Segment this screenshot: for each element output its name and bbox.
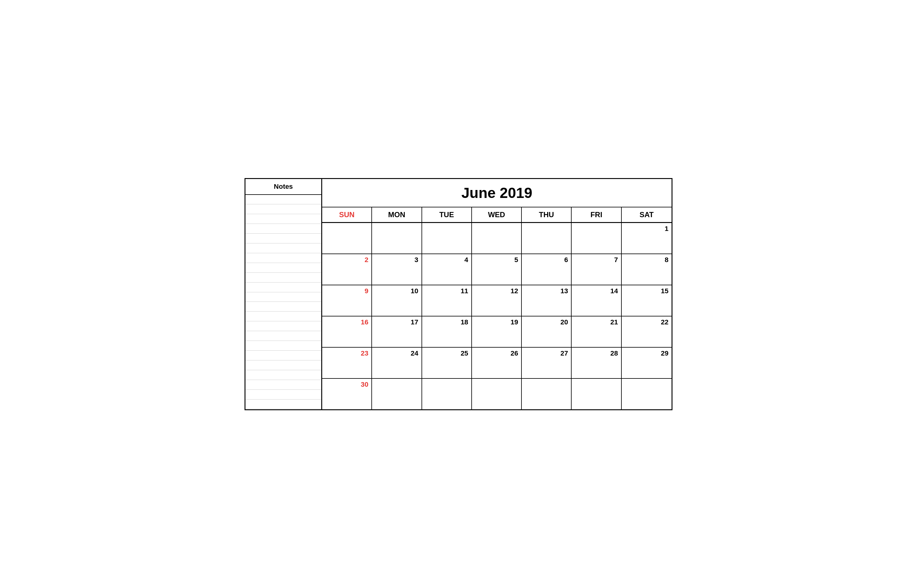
day-cell: 29 bbox=[622, 347, 672, 378]
notes-line[interactable] bbox=[245, 214, 321, 224]
day-header-thu: THU bbox=[522, 207, 572, 222]
day-cell: 1 bbox=[622, 223, 672, 254]
day-cell: 26 bbox=[472, 347, 522, 378]
day-cell: 5 bbox=[472, 254, 522, 285]
week-row-4: 23242526272829 bbox=[322, 347, 672, 379]
day-cell: 8 bbox=[622, 254, 672, 285]
day-cell bbox=[472, 223, 522, 254]
day-cell: 30 bbox=[322, 379, 372, 409]
day-cell: 12 bbox=[472, 285, 522, 316]
notes-header: Notes bbox=[245, 179, 321, 195]
notes-line[interactable] bbox=[245, 273, 321, 283]
day-headers: SUNMONTUEWEDTHUFRISAT bbox=[322, 207, 672, 223]
notes-line[interactable] bbox=[245, 341, 321, 351]
day-cell: 11 bbox=[422, 285, 472, 316]
day-cell: 2 bbox=[322, 254, 372, 285]
day-cell: 9 bbox=[322, 285, 372, 316]
notes-line[interactable] bbox=[245, 195, 321, 205]
day-cell: 24 bbox=[372, 347, 422, 378]
calendar-section: June 2019 SUNMONTUEWEDTHUFRISAT 12345678… bbox=[322, 179, 672, 409]
day-header-fri: FRI bbox=[572, 207, 621, 222]
day-cell: 27 bbox=[522, 347, 572, 378]
notes-line[interactable] bbox=[245, 204, 321, 214]
day-header-sat: SAT bbox=[622, 207, 672, 222]
notes-line[interactable] bbox=[245, 399, 321, 409]
notes-section: Notes bbox=[245, 179, 322, 409]
day-header-mon: MON bbox=[372, 207, 422, 222]
notes-line[interactable] bbox=[245, 331, 321, 341]
week-row-1: 2345678 bbox=[322, 254, 672, 285]
day-cell: 13 bbox=[522, 285, 572, 316]
notes-line[interactable] bbox=[245, 351, 321, 360]
day-cell: 17 bbox=[372, 317, 422, 347]
day-cell: 16 bbox=[322, 317, 372, 347]
day-cell: 4 bbox=[422, 254, 472, 285]
notes-line[interactable] bbox=[245, 302, 321, 312]
day-cell: 14 bbox=[572, 285, 621, 316]
day-cell bbox=[522, 223, 572, 254]
day-cell: 23 bbox=[322, 347, 372, 378]
day-cell bbox=[522, 379, 572, 409]
day-header-tue: TUE bbox=[422, 207, 472, 222]
day-cell: 10 bbox=[372, 285, 422, 316]
day-cell: 21 bbox=[572, 317, 621, 347]
calendar-wrapper: Notes June 2019 SUNMONTUEWEDTHUFRISAT 12… bbox=[245, 178, 672, 410]
day-cell: 19 bbox=[472, 317, 522, 347]
day-cell: 22 bbox=[622, 317, 672, 347]
notes-line[interactable] bbox=[245, 360, 321, 370]
day-cell: 3 bbox=[372, 254, 422, 285]
day-cell bbox=[472, 379, 522, 409]
notes-line[interactable] bbox=[245, 321, 321, 331]
day-cell bbox=[372, 223, 422, 254]
day-cell bbox=[572, 379, 621, 409]
notes-line[interactable] bbox=[245, 244, 321, 253]
day-cell bbox=[422, 223, 472, 254]
day-cell: 25 bbox=[422, 347, 472, 378]
day-cell: 18 bbox=[422, 317, 472, 347]
notes-line[interactable] bbox=[245, 292, 321, 302]
notes-line[interactable] bbox=[245, 370, 321, 380]
day-cell: 20 bbox=[522, 317, 572, 347]
day-cell bbox=[372, 379, 422, 409]
notes-line[interactable] bbox=[245, 380, 321, 390]
day-cell bbox=[322, 223, 372, 254]
notes-line[interactable] bbox=[245, 390, 321, 399]
notes-line[interactable] bbox=[245, 253, 321, 263]
notes-line[interactable] bbox=[245, 283, 321, 292]
weeks: 1234567891011121314151617181920212223242… bbox=[322, 223, 672, 409]
day-header-sun: SUN bbox=[322, 207, 372, 222]
notes-line[interactable] bbox=[245, 234, 321, 244]
week-row-2: 9101112131415 bbox=[322, 285, 672, 317]
notes-line[interactable] bbox=[245, 224, 321, 234]
day-cell: 28 bbox=[572, 347, 621, 378]
calendar-grid: SUNMONTUEWEDTHUFRISAT 123456789101112131… bbox=[322, 207, 672, 409]
day-cell: 6 bbox=[522, 254, 572, 285]
week-row-3: 16171819202122 bbox=[322, 317, 672, 347]
day-cell bbox=[572, 223, 621, 254]
week-row-5: 30 bbox=[322, 379, 672, 409]
day-cell bbox=[422, 379, 472, 409]
week-row-0: 1 bbox=[322, 223, 672, 254]
day-cell: 15 bbox=[622, 285, 672, 316]
day-cell: 7 bbox=[572, 254, 621, 285]
calendar-title: June 2019 bbox=[322, 179, 672, 207]
day-header-wed: WED bbox=[472, 207, 522, 222]
day-cell bbox=[622, 379, 672, 409]
notes-lines bbox=[245, 195, 321, 409]
notes-line[interactable] bbox=[245, 312, 321, 321]
notes-line[interactable] bbox=[245, 263, 321, 273]
